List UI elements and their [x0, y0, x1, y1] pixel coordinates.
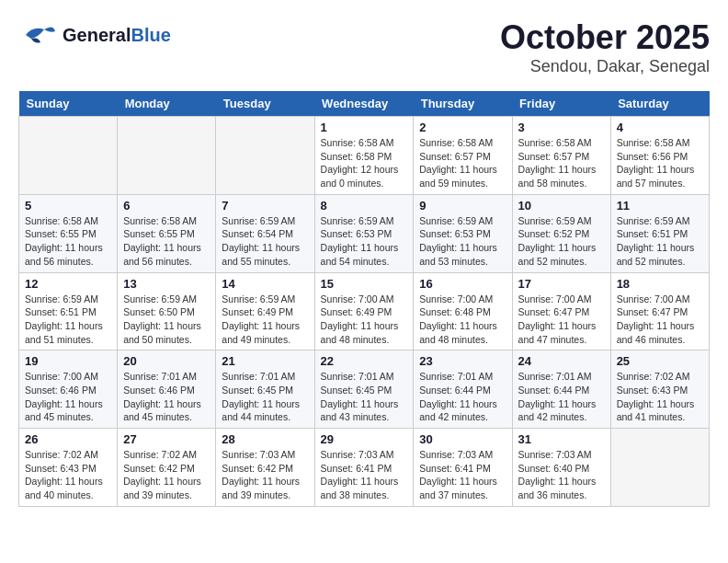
day-number: 20	[123, 354, 210, 368]
calendar-cell: 19Sunrise: 7:00 AM Sunset: 6:46 PM Dayli…	[19, 350, 118, 429]
calendar-week-row: 1Sunrise: 6:58 AM Sunset: 6:58 PM Daylig…	[19, 117, 710, 195]
day-info: Sunrise: 6:58 AM Sunset: 6:55 PM Dayligh…	[123, 214, 210, 269]
weekday-header: Sunday	[19, 91, 118, 117]
calendar-cell: 28Sunrise: 7:03 AM Sunset: 6:42 PM Dayli…	[216, 429, 314, 507]
calendar-cell: 24Sunrise: 7:01 AM Sunset: 6:44 PM Dayli…	[512, 350, 610, 429]
calendar-cell: 12Sunrise: 6:59 AM Sunset: 6:51 PM Dayli…	[19, 272, 118, 350]
day-info: Sunrise: 7:00 AM Sunset: 6:48 PM Dayligh…	[419, 293, 506, 347]
day-info: Sunrise: 7:03 AM Sunset: 6:41 PM Dayligh…	[321, 448, 408, 502]
day-number: 26	[25, 432, 111, 446]
page-title: October 2025	[500, 18, 710, 57]
day-number: 9	[419, 199, 506, 213]
day-info: Sunrise: 6:59 AM Sunset: 6:50 PM Dayligh…	[123, 293, 210, 347]
day-number: 21	[222, 354, 308, 368]
day-number: 24	[518, 354, 605, 368]
calendar-cell: 20Sunrise: 7:01 AM Sunset: 6:46 PM Dayli…	[118, 350, 216, 429]
day-info: Sunrise: 6:59 AM Sunset: 6:53 PM Dayligh…	[321, 214, 408, 269]
weekday-header: Friday	[512, 91, 610, 117]
day-info: Sunrise: 7:00 AM Sunset: 6:49 PM Dayligh…	[321, 293, 408, 347]
day-number: 3	[518, 121, 605, 134]
calendar-cell: 14Sunrise: 6:59 AM Sunset: 6:49 PM Dayli…	[216, 272, 314, 350]
calendar-cell: 25Sunrise: 7:02 AM Sunset: 6:43 PM Dayli…	[610, 350, 709, 429]
day-info: Sunrise: 6:59 AM Sunset: 6:49 PM Dayligh…	[222, 293, 308, 347]
day-info: Sunrise: 7:00 AM Sunset: 6:46 PM Dayligh…	[25, 370, 111, 424]
day-number: 14	[222, 277, 308, 291]
logo-text: GeneralBlue	[63, 25, 171, 45]
calendar-cell: 29Sunrise: 7:03 AM Sunset: 6:41 PM Dayli…	[314, 429, 414, 507]
calendar-cell: 2Sunrise: 6:58 AM Sunset: 6:57 PM Daylig…	[414, 117, 512, 195]
day-number: 27	[123, 432, 210, 446]
calendar-cell: 30Sunrise: 7:03 AM Sunset: 6:41 PM Dayli…	[414, 429, 512, 507]
calendar-cell: 17Sunrise: 7:00 AM Sunset: 6:47 PM Dayli…	[512, 272, 610, 350]
day-number: 18	[617, 277, 703, 291]
calendar-cell: 5Sunrise: 6:58 AM Sunset: 6:55 PM Daylig…	[19, 194, 118, 272]
day-number: 2	[419, 121, 506, 134]
day-info: Sunrise: 7:01 AM Sunset: 6:44 PM Dayligh…	[518, 370, 605, 424]
day-number: 30	[419, 432, 506, 446]
day-info: Sunrise: 6:58 AM Sunset: 6:55 PM Dayligh…	[25, 214, 111, 269]
day-number: 15	[321, 277, 408, 291]
calendar-cell	[216, 117, 314, 195]
logo-icon	[18, 18, 59, 52]
calendar-cell: 22Sunrise: 7:01 AM Sunset: 6:45 PM Dayli…	[314, 350, 414, 429]
calendar-cell: 4Sunrise: 6:58 AM Sunset: 6:56 PM Daylig…	[610, 117, 709, 195]
calendar-week-row: 5Sunrise: 6:58 AM Sunset: 6:55 PM Daylig…	[19, 194, 710, 272]
day-number: 13	[123, 277, 210, 291]
weekday-header: Saturday	[610, 91, 709, 117]
calendar-cell: 11Sunrise: 6:59 AM Sunset: 6:51 PM Dayli…	[610, 194, 709, 272]
day-number: 6	[123, 199, 210, 213]
calendar-cell	[118, 117, 216, 195]
calendar-cell: 26Sunrise: 7:02 AM Sunset: 6:43 PM Dayli…	[19, 429, 118, 507]
day-info: Sunrise: 6:58 AM Sunset: 6:57 PM Dayligh…	[419, 136, 506, 190]
calendar-week-row: 26Sunrise: 7:02 AM Sunset: 6:43 PM Dayli…	[19, 429, 710, 507]
day-number: 17	[518, 277, 605, 291]
calendar-cell: 10Sunrise: 6:59 AM Sunset: 6:52 PM Dayli…	[512, 194, 610, 272]
calendar-cell: 13Sunrise: 6:59 AM Sunset: 6:50 PM Dayli…	[118, 272, 216, 350]
day-info: Sunrise: 7:00 AM Sunset: 6:47 PM Dayligh…	[617, 293, 703, 347]
day-number: 1	[321, 121, 408, 134]
calendar-cell: 27Sunrise: 7:02 AM Sunset: 6:42 PM Dayli…	[118, 429, 216, 507]
day-number: 19	[25, 354, 111, 368]
calendar-cell: 8Sunrise: 6:59 AM Sunset: 6:53 PM Daylig…	[314, 194, 414, 272]
calendar-cell: 15Sunrise: 7:00 AM Sunset: 6:49 PM Dayli…	[314, 272, 414, 350]
day-number: 12	[25, 277, 111, 291]
day-number: 25	[617, 354, 703, 368]
calendar-cell: 31Sunrise: 7:03 AM Sunset: 6:40 PM Dayli…	[512, 429, 610, 507]
day-info: Sunrise: 6:58 AM Sunset: 6:58 PM Dayligh…	[321, 136, 408, 190]
day-info: Sunrise: 6:58 AM Sunset: 6:56 PM Dayligh…	[617, 136, 703, 190]
day-info: Sunrise: 7:01 AM Sunset: 6:46 PM Dayligh…	[123, 370, 210, 424]
day-number: 11	[617, 199, 703, 213]
calendar-cell: 18Sunrise: 7:00 AM Sunset: 6:47 PM Dayli…	[610, 272, 709, 350]
day-info: Sunrise: 7:03 AM Sunset: 6:40 PM Dayligh…	[518, 448, 605, 502]
calendar-week-row: 19Sunrise: 7:00 AM Sunset: 6:46 PM Dayli…	[19, 350, 710, 429]
page-header: GeneralBlue October 2025 Sendou, Dakar, …	[18, 18, 710, 76]
day-number: 23	[419, 354, 506, 368]
day-number: 29	[321, 432, 408, 446]
day-number: 28	[222, 432, 308, 446]
day-info: Sunrise: 6:59 AM Sunset: 6:52 PM Dayligh…	[518, 214, 605, 269]
day-info: Sunrise: 7:00 AM Sunset: 6:47 PM Dayligh…	[518, 293, 605, 347]
calendar-cell: 9Sunrise: 6:59 AM Sunset: 6:53 PM Daylig…	[414, 194, 512, 272]
day-info: Sunrise: 7:01 AM Sunset: 6:44 PM Dayligh…	[419, 370, 506, 424]
calendar-cell	[19, 117, 118, 195]
day-number: 10	[518, 199, 605, 213]
weekday-header: Monday	[118, 91, 216, 117]
day-info: Sunrise: 7:02 AM Sunset: 6:43 PM Dayligh…	[25, 448, 111, 502]
calendar-cell: 7Sunrise: 6:59 AM Sunset: 6:54 PM Daylig…	[216, 194, 314, 272]
day-info: Sunrise: 7:01 AM Sunset: 6:45 PM Dayligh…	[222, 370, 308, 424]
page-subtitle: Sendou, Dakar, Senegal	[500, 57, 710, 76]
calendar-cell	[610, 429, 709, 507]
calendar-cell: 6Sunrise: 6:58 AM Sunset: 6:55 PM Daylig…	[118, 194, 216, 272]
weekday-header: Wednesday	[314, 91, 414, 117]
calendar-cell: 1Sunrise: 6:58 AM Sunset: 6:58 PM Daylig…	[314, 117, 414, 195]
day-info: Sunrise: 7:02 AM Sunset: 6:42 PM Dayligh…	[123, 448, 210, 502]
day-number: 22	[321, 354, 408, 368]
day-info: Sunrise: 6:58 AM Sunset: 6:57 PM Dayligh…	[518, 136, 605, 190]
calendar-cell: 21Sunrise: 7:01 AM Sunset: 6:45 PM Dayli…	[216, 350, 314, 429]
day-info: Sunrise: 6:59 AM Sunset: 6:54 PM Dayligh…	[222, 214, 308, 269]
weekday-header: Tuesday	[216, 91, 314, 117]
calendar-cell: 3Sunrise: 6:58 AM Sunset: 6:57 PM Daylig…	[512, 117, 610, 195]
day-number: 31	[518, 432, 605, 446]
day-number: 16	[419, 277, 506, 291]
day-info: Sunrise: 6:59 AM Sunset: 6:51 PM Dayligh…	[25, 293, 111, 347]
